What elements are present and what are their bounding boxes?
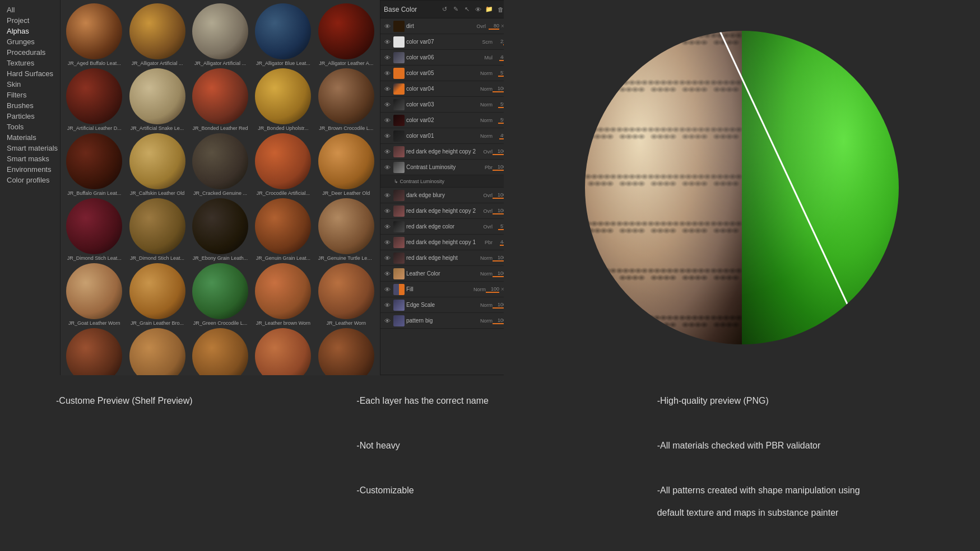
material-item[interactable]: JR_Brown Crocodile L... (316, 68, 377, 131)
layer-blend-mode[interactable]: Norm (480, 133, 493, 139)
sidebar-item-tools[interactable]: Tools (0, 122, 60, 132)
layer-opacity[interactable]: 100 (486, 286, 499, 292)
layer-row[interactable]: 👁color var03Norm59 (380, 97, 508, 113)
layer-visibility-icon[interactable]: 👁 (383, 85, 392, 94)
sidebar-item-smart-masks[interactable]: Smart masks (0, 153, 60, 164)
sidebar-item-all[interactable]: All (0, 4, 60, 15)
layer-row[interactable]: 👁red dark edge height copy 2Ovrl100 (380, 144, 508, 160)
material-item[interactable]: JR_Genuin Grain Leat... (253, 198, 313, 261)
layer-row[interactable]: 👁Leather ColorNorm100 (380, 266, 508, 282)
sidebar-item-materials[interactable]: Materials (0, 132, 60, 143)
layer-row[interactable]: 👁red dark edge height copy 2Ovrl100 (380, 203, 508, 219)
layer-row[interactable]: 👁red dark edge colorOvrl57 (380, 219, 508, 235)
layer-visibility-icon[interactable]: 👁 (383, 22, 392, 31)
refresh-icon[interactable]: ↺ (440, 5, 449, 14)
sidebar-item-hard-surfaces[interactable]: Hard Surfaces (0, 68, 60, 79)
material-item[interactable]: JR_Artificial Leather D... (64, 68, 124, 131)
material-item[interactable] (316, 328, 377, 375)
material-item[interactable]: JR_Ebony Grain Leath... (190, 198, 250, 261)
material-item[interactable] (190, 328, 250, 375)
layer-sub-row[interactable]: ↳ Contrast Luminosity (380, 175, 508, 188)
layer-blend-mode[interactable]: Scrn (482, 39, 493, 45)
layer-blend-mode[interactable]: Norm (480, 102, 493, 108)
layer-blend-mode[interactable]: Ovrl (484, 224, 493, 230)
layer-row[interactable]: 👁color var06Mul48 (380, 50, 508, 66)
layer-row[interactable]: 👁Edge ScaleNorm100 (380, 297, 508, 313)
layer-blend-mode[interactable]: Mul (484, 55, 493, 60)
layer-row[interactable]: 👁pattern bigNorm100 (380, 313, 508, 329)
layer-blend-mode[interactable]: Norm (480, 271, 493, 277)
material-item[interactable]: JR_Green Crocodile L... (190, 263, 250, 326)
layer-row[interactable]: 👁color var05Norm57 (380, 66, 508, 81)
layer-visibility-icon[interactable]: 👁 (383, 69, 392, 78)
sidebar-item-alphas[interactable]: Alphas (0, 26, 60, 36)
material-item[interactable] (253, 328, 313, 375)
material-item[interactable] (127, 328, 187, 375)
material-item[interactable]: JR_Crocodile Artificial... (253, 133, 313, 196)
material-item[interactable]: JR_Cracked Genuine ... (190, 133, 250, 196)
layer-visibility-icon[interactable]: 👁 (383, 269, 392, 278)
layer-row[interactable]: 👁dark edge bluryOvrl100 (380, 188, 508, 203)
layer-row[interactable]: 👁dirtOvrl80× (380, 18, 508, 34)
layer-blend-mode[interactable]: Ovrl (484, 193, 493, 198)
sidebar-item-color-profiles[interactable]: Color profiles (0, 175, 60, 185)
layer-blend-mode[interactable]: Norm (480, 118, 493, 123)
layer-visibility-icon[interactable]: 👁 (383, 191, 392, 200)
layer-row[interactable]: 👁FillNorm100× (380, 282, 508, 297)
material-item[interactable]: JR_Deer Leather Old (316, 133, 377, 196)
material-item[interactable]: JR_Bonded Upholstr... (253, 68, 313, 131)
layer-visibility-icon[interactable]: 👁 (383, 163, 392, 172)
material-item[interactable]: JR_Grain Leather Bro... (127, 263, 187, 326)
cursor-icon[interactable]: ↖ (462, 5, 471, 14)
layer-row[interactable]: 👁color var01Norm49 (380, 128, 508, 144)
pencil-icon[interactable]: ✎ (451, 5, 460, 14)
layer-visibility-icon[interactable]: 👁 (383, 38, 392, 46)
layer-row[interactable]: 👁Contrast LuminosityPbr100 (380, 160, 508, 175)
sidebar-item-project[interactable]: Project (0, 15, 60, 26)
material-item[interactable]: JR_Goat Leather Worn (64, 263, 124, 326)
layer-blend-mode[interactable]: Ovrl (484, 149, 493, 155)
material-item[interactable]: JR_Leather Worn (316, 263, 377, 326)
material-item[interactable]: JR_Aged Buffalo Leat... (64, 3, 124, 66)
material-item[interactable]: JR_Buffalo Grain Leat... (64, 133, 124, 196)
layer-row[interactable]: 👁color var02Norm59 (380, 113, 508, 128)
sidebar-item-particles[interactable]: Particles (0, 111, 60, 122)
sidebar-item-smart-materials[interactable]: Smart materials (0, 143, 60, 153)
sidebar-item-skin[interactable]: Skin (0, 79, 60, 90)
sidebar-item-procedurals[interactable]: Procedurals (0, 47, 60, 58)
sidebar-item-environments[interactable]: Environments (0, 164, 60, 175)
eye-icon[interactable]: 👁 (473, 5, 482, 14)
sidebar-item-textures[interactable]: Textures (0, 58, 60, 68)
material-item[interactable]: JR_Artificial Snake Le... (127, 68, 187, 131)
layer-row[interactable]: 👁red dark edge height copy 1Pbr44 (380, 235, 508, 250)
layer-blend-mode[interactable]: Ovrl (477, 24, 486, 29)
folder-icon[interactable]: 📁 (485, 5, 494, 14)
layer-row[interactable]: 👁red dark edge heightNorm100 (380, 250, 508, 266)
material-item[interactable]: JR_Calfskin Leather Old (127, 133, 187, 196)
layer-blend-mode[interactable]: Norm (480, 318, 493, 324)
material-item[interactable] (64, 328, 124, 375)
layer-visibility-icon[interactable]: 👁 (383, 301, 392, 310)
layer-visibility-icon[interactable]: 👁 (383, 222, 392, 231)
layer-opacity[interactable]: 80 (486, 23, 499, 29)
layer-visibility-icon[interactable]: 👁 (383, 53, 392, 62)
layer-blend-mode[interactable]: Norm (480, 86, 493, 92)
layer-blend-mode[interactable]: Norm (480, 302, 493, 308)
layer-visibility-icon[interactable]: 👁 (383, 116, 392, 125)
layer-row[interactable]: 👁color var04Norm100 (380, 81, 508, 97)
layer-blend-mode[interactable]: Norm (480, 255, 493, 261)
layer-visibility-icon[interactable]: 👁 (383, 100, 392, 109)
material-item[interactable]: JR_Genuine Turtle Lea... (316, 198, 377, 261)
sidebar-item-filters[interactable]: Filters (0, 90, 60, 100)
layer-visibility-icon[interactable]: 👁 (383, 316, 392, 325)
sidebar-item-brushes[interactable]: Brushes (0, 100, 60, 111)
material-item[interactable]: JR_Bonded Leather Red (190, 68, 250, 131)
layer-visibility-icon[interactable]: 👁 (383, 147, 392, 156)
material-item[interactable]: JR_Dimond Stich Leat... (64, 198, 124, 261)
material-item[interactable]: JR_Alligator Artificial ... (190, 3, 250, 66)
material-item[interactable]: JR_Dimond Stich Leat... (127, 198, 187, 261)
layer-visibility-icon[interactable]: 👁 (383, 285, 392, 294)
material-item[interactable]: JR_Alligator Blue Leat... (253, 3, 313, 66)
layer-visibility-icon[interactable]: 👁 (383, 132, 392, 141)
layer-blend-mode[interactable]: Ovrl (484, 208, 493, 214)
